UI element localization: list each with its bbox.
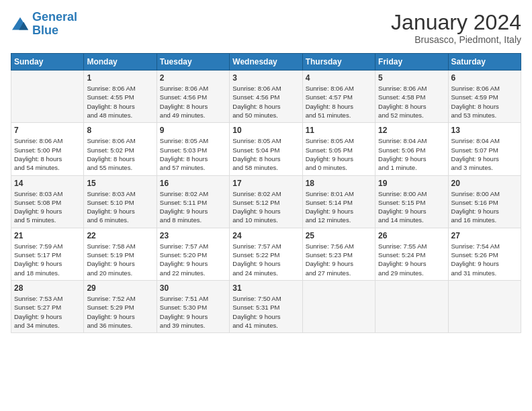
day-info: Sunrise: 7:52 AM Sunset: 5:29 PM Dayligh… xyxy=(87,294,153,330)
cell-w3-d4: 17Sunrise: 8:02 AM Sunset: 5:12 PM Dayli… xyxy=(230,175,302,228)
day-info: Sunrise: 7:56 AM Sunset: 5:23 PM Dayligh… xyxy=(306,242,372,277)
title-block: January 2024 Brusasco, Piedmont, Italy xyxy=(391,11,521,45)
day-info: Sunrise: 7:58 AM Sunset: 5:19 PM Dayligh… xyxy=(87,242,153,277)
day-info: Sunrise: 8:03 AM Sunset: 5:08 PM Dayligh… xyxy=(14,189,81,225)
header-saturday: Saturday xyxy=(448,54,521,71)
day-info: Sunrise: 8:02 AM Sunset: 5:11 PM Dayligh… xyxy=(160,189,226,225)
day-number: 14 xyxy=(14,179,81,188)
cell-w5-d3: 30Sunrise: 7:51 AM Sunset: 5:30 PM Dayli… xyxy=(157,280,229,332)
day-info: Sunrise: 8:06 AM Sunset: 5:02 PM Dayligh… xyxy=(87,136,153,172)
calendar-body: 1Sunrise: 8:06 AM Sunset: 4:55 PM Daylig… xyxy=(11,71,521,333)
cell-w2-d4: 10Sunrise: 8:05 AM Sunset: 5:04 PM Dayli… xyxy=(230,123,302,175)
cell-w2-d2: 8Sunrise: 8:06 AM Sunset: 5:02 PM Daylig… xyxy=(84,123,157,175)
cell-w4-d4: 24Sunrise: 7:57 AM Sunset: 5:22 PM Dayli… xyxy=(230,228,302,280)
day-number: 31 xyxy=(232,283,299,293)
cell-w3-d5: 18Sunrise: 8:01 AM Sunset: 5:14 PM Dayli… xyxy=(302,175,375,228)
day-info: Sunrise: 7:59 AM Sunset: 5:17 PM Dayligh… xyxy=(14,242,81,277)
day-info: Sunrise: 8:06 AM Sunset: 4:57 PM Dayligh… xyxy=(306,84,372,120)
logo: General Blue xyxy=(11,11,77,38)
cell-w3-d2: 15Sunrise: 8:03 AM Sunset: 5:10 PM Dayli… xyxy=(84,175,157,228)
day-number: 21 xyxy=(14,231,81,240)
day-info: Sunrise: 7:53 AM Sunset: 5:27 PM Dayligh… xyxy=(14,294,81,330)
cell-w4-d6: 26Sunrise: 7:55 AM Sunset: 5:24 PM Dayli… xyxy=(375,228,448,280)
cell-w1-d4: 3Sunrise: 8:06 AM Sunset: 4:56 PM Daylig… xyxy=(230,71,302,123)
cell-w1-d1 xyxy=(11,71,84,123)
cell-w4-d3: 23Sunrise: 7:57 AM Sunset: 5:20 PM Dayli… xyxy=(157,228,229,280)
cell-w3-d7: 20Sunrise: 8:00 AM Sunset: 5:16 PM Dayli… xyxy=(448,175,521,228)
header-tuesday: Tuesday xyxy=(157,54,229,71)
cell-w5-d1: 28Sunrise: 7:53 AM Sunset: 5:27 PM Dayli… xyxy=(11,280,84,332)
cell-w5-d4: 31Sunrise: 7:50 AM Sunset: 5:31 PM Dayli… xyxy=(230,280,302,332)
logo-icon xyxy=(11,16,30,32)
day-info: Sunrise: 8:05 AM Sunset: 5:05 PM Dayligh… xyxy=(306,136,372,172)
header-row: Sunday Monday Tuesday Wednesday Thursday… xyxy=(11,54,521,71)
day-number: 13 xyxy=(451,126,518,135)
day-number: 9 xyxy=(160,126,226,135)
day-number: 22 xyxy=(87,231,153,240)
day-number: 28 xyxy=(14,283,81,293)
month-title: January 2024 xyxy=(391,11,521,34)
day-info: Sunrise: 8:00 AM Sunset: 5:15 PM Dayligh… xyxy=(378,189,445,225)
logo-line2: Blue xyxy=(32,24,58,37)
calendar-table: Sunday Monday Tuesday Wednesday Thursday… xyxy=(11,53,521,333)
day-number: 24 xyxy=(232,231,299,240)
week-row-3: 14Sunrise: 8:03 AM Sunset: 5:08 PM Dayli… xyxy=(11,175,521,228)
day-number: 8 xyxy=(87,126,153,135)
day-number: 15 xyxy=(87,179,153,188)
day-info: Sunrise: 7:51 AM Sunset: 5:30 PM Dayligh… xyxy=(160,294,226,330)
day-info: Sunrise: 7:57 AM Sunset: 5:22 PM Dayligh… xyxy=(232,242,299,277)
cell-w1-d3: 2Sunrise: 8:06 AM Sunset: 4:56 PM Daylig… xyxy=(157,71,229,123)
day-number: 19 xyxy=(378,179,445,188)
day-info: Sunrise: 7:50 AM Sunset: 5:31 PM Dayligh… xyxy=(232,294,299,330)
cell-w1-d2: 1Sunrise: 8:06 AM Sunset: 4:55 PM Daylig… xyxy=(84,71,157,123)
week-row-4: 21Sunrise: 7:59 AM Sunset: 5:17 PM Dayli… xyxy=(11,228,521,280)
day-info: Sunrise: 8:04 AM Sunset: 5:07 PM Dayligh… xyxy=(451,136,518,172)
day-number: 18 xyxy=(306,179,372,188)
day-number: 27 xyxy=(451,231,518,240)
cell-w1-d6: 5Sunrise: 8:06 AM Sunset: 4:58 PM Daylig… xyxy=(375,71,448,123)
day-number: 4 xyxy=(306,73,372,83)
day-info: Sunrise: 8:06 AM Sunset: 4:59 PM Dayligh… xyxy=(451,84,518,120)
page-container: General Blue January 2024 Brusasco, Pied… xyxy=(0,0,532,338)
day-info: Sunrise: 8:06 AM Sunset: 4:55 PM Dayligh… xyxy=(87,84,153,120)
day-number: 30 xyxy=(160,283,226,293)
location-subtitle: Brusasco, Piedmont, Italy xyxy=(391,34,521,45)
day-number: 6 xyxy=(451,73,518,83)
day-info: Sunrise: 7:55 AM Sunset: 5:24 PM Dayligh… xyxy=(378,242,445,277)
header-friday: Friday xyxy=(375,54,448,71)
day-number: 16 xyxy=(160,179,226,188)
header-sunday: Sunday xyxy=(11,54,84,71)
week-row-2: 7Sunrise: 8:06 AM Sunset: 5:00 PM Daylig… xyxy=(11,123,521,175)
week-row-1: 1Sunrise: 8:06 AM Sunset: 4:55 PM Daylig… xyxy=(11,71,521,123)
week-row-5: 28Sunrise: 7:53 AM Sunset: 5:27 PM Dayli… xyxy=(11,280,521,332)
day-number: 2 xyxy=(160,73,226,83)
header: General Blue January 2024 Brusasco, Pied… xyxy=(11,11,521,45)
cell-w3-d3: 16Sunrise: 8:02 AM Sunset: 5:11 PM Dayli… xyxy=(157,175,229,228)
cell-w2-d6: 12Sunrise: 8:04 AM Sunset: 5:06 PM Dayli… xyxy=(375,123,448,175)
header-thursday: Thursday xyxy=(302,54,375,71)
day-number: 25 xyxy=(306,231,372,240)
cell-w2-d5: 11Sunrise: 8:05 AM Sunset: 5:05 PM Dayli… xyxy=(302,123,375,175)
day-number: 5 xyxy=(378,73,445,83)
cell-w1-d5: 4Sunrise: 8:06 AM Sunset: 4:57 PM Daylig… xyxy=(302,71,375,123)
day-info: Sunrise: 7:57 AM Sunset: 5:20 PM Dayligh… xyxy=(160,242,226,277)
cell-w3-d1: 14Sunrise: 8:03 AM Sunset: 5:08 PM Dayli… xyxy=(11,175,84,228)
header-monday: Monday xyxy=(84,54,157,71)
day-info: Sunrise: 8:01 AM Sunset: 5:14 PM Dayligh… xyxy=(306,189,372,225)
cell-w2-d1: 7Sunrise: 8:06 AM Sunset: 5:00 PM Daylig… xyxy=(11,123,84,175)
day-number: 7 xyxy=(14,126,81,135)
day-info: Sunrise: 8:06 AM Sunset: 4:56 PM Dayligh… xyxy=(232,84,299,120)
day-number: 23 xyxy=(160,231,226,240)
cell-w4-d5: 25Sunrise: 7:56 AM Sunset: 5:23 PM Dayli… xyxy=(302,228,375,280)
day-number: 3 xyxy=(232,73,299,83)
cell-w5-d5 xyxy=(302,280,375,332)
day-number: 17 xyxy=(232,179,299,188)
day-number: 26 xyxy=(378,231,445,240)
cell-w5-d7 xyxy=(448,280,521,332)
cell-w2-d3: 9Sunrise: 8:05 AM Sunset: 5:03 PM Daylig… xyxy=(157,123,229,175)
cell-w1-d7: 6Sunrise: 8:06 AM Sunset: 4:59 PM Daylig… xyxy=(448,71,521,123)
day-info: Sunrise: 8:05 AM Sunset: 5:04 PM Dayligh… xyxy=(232,136,299,172)
day-number: 11 xyxy=(306,126,372,135)
cell-w2-d7: 13Sunrise: 8:04 AM Sunset: 5:07 PM Dayli… xyxy=(448,123,521,175)
day-number: 29 xyxy=(87,283,153,293)
